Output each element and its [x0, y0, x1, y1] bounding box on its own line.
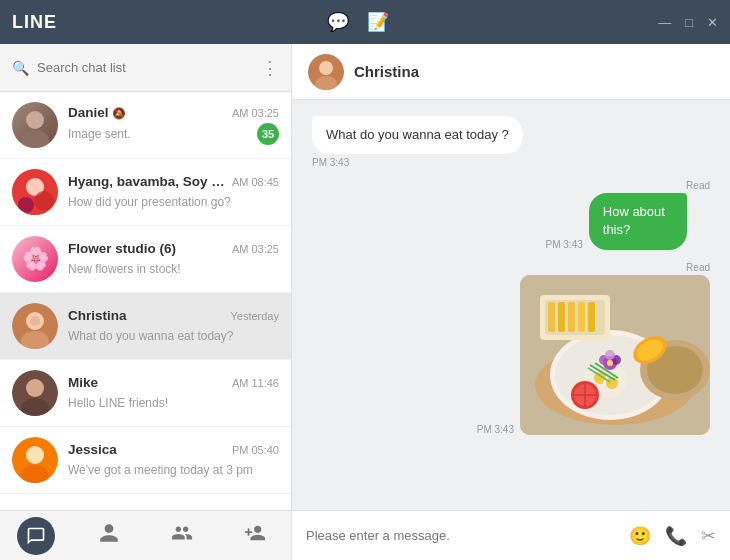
nav-chat[interactable]: [17, 517, 55, 555]
message-timestamp: PM 3:43: [312, 157, 349, 168]
contact-name: Jessica: [68, 442, 117, 457]
input-actions: 🙂 📞 ✂: [629, 525, 716, 547]
nav-groups[interactable]: [163, 514, 201, 558]
list-item[interactable]: Hyang, bavamba, Soy (3) AM 08:45 How did…: [0, 159, 291, 226]
main-layout: 🔍 ⋮ Daniel 🔕 AM 03:25: [0, 44, 730, 560]
compose-icon[interactable]: 📝: [367, 11, 389, 33]
read-receipt: Read: [686, 180, 710, 191]
chat-item-header: Daniel 🔕 AM 03:25: [68, 105, 279, 120]
contact-name: Mike: [68, 375, 98, 390]
contact-name: Hyang, bavamba, Soy (3): [68, 174, 226, 189]
bottom-nav: [0, 510, 291, 560]
chat-preview: New flowers in stock!: [68, 262, 181, 276]
chat-preview: We've got a meeting today at 3 pm: [68, 463, 253, 477]
phone-button[interactable]: 📞: [665, 525, 687, 547]
more-options-icon[interactable]: ⋮: [261, 57, 279, 79]
avatar: [12, 102, 58, 148]
chat-preview: What do you wanna eat today?: [68, 329, 233, 343]
message-row: What do you wanna eat today ? PM 3:43: [312, 116, 710, 168]
chat-timestamp: PM 05:40: [232, 444, 279, 456]
svg-point-5: [34, 191, 54, 211]
svg-rect-46: [548, 302, 555, 332]
contact-name: Flower studio (6): [68, 241, 176, 256]
right-panel: Christina What do you wanna eat today ? …: [292, 44, 730, 560]
titlebar-left: LINE: [12, 12, 57, 33]
chat-info: Flower studio (6) AM 03:25 New flowers i…: [68, 241, 279, 277]
chat-preview: Image sent.: [68, 127, 131, 141]
titlebar-controls: — □ ✕: [658, 15, 718, 30]
chat-item-header: Jessica PM 05:40: [68, 442, 279, 457]
chat-info: Hyang, bavamba, Soy (3) AM 08:45 How did…: [68, 174, 279, 210]
nav-add-friend[interactable]: [236, 514, 274, 558]
crop-button[interactable]: ✂: [701, 525, 716, 547]
search-bar: 🔍 ⋮: [0, 44, 291, 92]
svg-rect-48: [568, 302, 575, 332]
chat-icon[interactable]: 💬: [327, 11, 349, 33]
contact-name: Daniel 🔕: [68, 105, 126, 120]
chat-info: Jessica PM 05:40 We've got a meeting tod…: [68, 442, 279, 478]
emoji-button[interactable]: 🙂: [629, 525, 651, 547]
chat-timestamp: Yesterday: [230, 310, 279, 322]
avatar: [12, 370, 58, 416]
contact-name-header: Christina: [354, 63, 419, 80]
app-logo: LINE: [12, 12, 57, 33]
svg-rect-47: [558, 302, 565, 332]
titlebar: LINE 💬 📝 — □ ✕: [0, 0, 730, 44]
chat-info: Mike AM 11:46 Hello LINE friends!: [68, 375, 279, 411]
chat-item-header: Flower studio (6) AM 03:25: [68, 241, 279, 256]
read-receipt: Read: [686, 262, 710, 273]
svg-point-15: [26, 446, 44, 464]
svg-point-6: [18, 197, 34, 213]
list-item[interactable]: Daniel 🔕 AM 03:25 Image sent. 35: [0, 92, 291, 159]
svg-point-43: [607, 360, 613, 366]
chat-header-bar: Christina: [292, 44, 730, 100]
chat-preview: How did your presentation go?: [68, 195, 231, 209]
chat-timestamp: AM 11:46: [232, 377, 279, 389]
list-item[interactable]: Mike AM 11:46 Hello LINE friends!: [0, 360, 291, 427]
titlebar-center: 💬 📝: [327, 11, 389, 33]
contact-name: Christina: [68, 308, 127, 323]
svg-point-42: [605, 350, 615, 360]
message-timestamp: PM 3:43: [546, 239, 583, 250]
search-input[interactable]: [37, 60, 257, 75]
unread-badge: 35: [257, 123, 279, 145]
contact-avatar: [308, 54, 344, 90]
svg-point-1: [21, 130, 49, 148]
list-item[interactable]: 🌸 Flower studio (6) AM 03:25 New flowers…: [0, 226, 291, 293]
svg-point-12: [26, 379, 44, 397]
messages-area: What do you wanna eat today ? PM 3:43 Re…: [292, 100, 730, 510]
svg-point-10: [30, 316, 40, 326]
svg-point-18: [319, 61, 333, 75]
minimize-button[interactable]: —: [658, 15, 671, 30]
message-row: Read PM 3:43: [312, 262, 710, 435]
nav-friends[interactable]: [90, 514, 128, 558]
left-panel: 🔍 ⋮ Daniel 🔕 AM 03:25: [0, 44, 292, 560]
avatar: [12, 169, 58, 215]
chat-info: Daniel 🔕 AM 03:25 Image sent. 35: [68, 105, 279, 145]
chat-item-header: Mike AM 11:46: [68, 375, 279, 390]
maximize-button[interactable]: □: [685, 15, 693, 30]
avatar: 🌸: [12, 236, 58, 282]
chat-timestamp: AM 03:25: [232, 243, 279, 255]
search-icon: 🔍: [12, 60, 29, 76]
message-input[interactable]: [306, 528, 629, 543]
list-item[interactable]: Christina Yesterday What do you wanna ea…: [0, 293, 291, 360]
message-row: Read PM 3:43 How about this?: [312, 180, 710, 249]
chat-preview: Hello LINE friends!: [68, 396, 168, 410]
svg-rect-49: [578, 302, 585, 332]
image-message: [520, 275, 710, 435]
chat-list: Daniel 🔕 AM 03:25 Image sent. 35: [0, 92, 291, 510]
chat-timestamp: AM 08:45: [232, 176, 279, 188]
message-bubble: How about this?: [589, 193, 688, 249]
chat-item-header: Christina Yesterday: [68, 308, 279, 323]
list-item[interactable]: Jessica PM 05:40 We've got a meeting tod…: [0, 427, 291, 494]
input-bar: 🙂 📞 ✂: [292, 510, 730, 560]
close-button[interactable]: ✕: [707, 15, 718, 30]
message-bubble: What do you wanna eat today ?: [312, 116, 523, 154]
avatar: [12, 303, 58, 349]
svg-point-0: [26, 111, 44, 129]
chat-timestamp: AM 03:25: [232, 107, 279, 119]
avatar: [12, 437, 58, 483]
chat-item-header: Hyang, bavamba, Soy (3) AM 08:45: [68, 174, 279, 189]
chat-info: Christina Yesterday What do you wanna ea…: [68, 308, 279, 344]
